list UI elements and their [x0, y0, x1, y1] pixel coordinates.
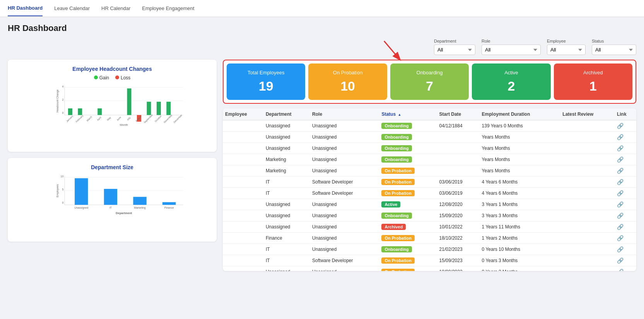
kpi-card-archived[interactable]: Archived1 — [554, 63, 632, 100]
bar-marketing — [133, 197, 146, 205]
kpi-card-total-employees[interactable]: Total Employees19 — [227, 63, 305, 100]
cell-link[interactable]: 🔗 — [615, 199, 636, 210]
table-scroll[interactable]: Employee Department Role Status ▲ Start … — [223, 108, 636, 271]
department-filter-select[interactable]: AllITMarketingFinanceUnassigned — [434, 45, 475, 55]
link-icon[interactable]: 🔗 — [617, 145, 624, 151]
cell-link[interactable]: 🔗 — [615, 177, 636, 188]
cell-link[interactable]: 🔗 — [615, 255, 636, 266]
status-badge: On Probation — [381, 168, 415, 174]
cell-role: Unassigned — [310, 244, 379, 255]
cell-role: Unassigned — [310, 154, 379, 165]
col-review[interactable]: Latest Review — [560, 108, 615, 120]
x-label-jul: July — [126, 116, 131, 121]
table-row: IT Software Developer On Probation 03/06… — [223, 188, 636, 199]
status-filter-group: Status AllActiveOn ProbationOnboardingAr… — [592, 39, 636, 55]
link-icon[interactable]: 🔗 — [617, 134, 624, 140]
cell-link[interactable]: 🔗 — [615, 244, 636, 255]
cell-department: Unassigned — [263, 120, 310, 132]
link-icon[interactable]: 🔗 — [617, 156, 624, 163]
cell-start-date: 12/08/2020 — [437, 199, 480, 210]
nav-item-hr-calendar[interactable]: HR Calendar — [101, 1, 130, 16]
cell-link[interactable]: 🔗 — [615, 165, 636, 177]
kpi-card-onboarding[interactable]: Onboarding7 — [390, 63, 469, 100]
kpi-label-2: Onboarding — [394, 70, 465, 75]
employee-filter-label: Employee — [547, 39, 586, 43]
dept-chart-area: 10 5 0 — [14, 173, 210, 235]
table-body: Unassigned Unassigned Onboarding 04/12/1… — [223, 120, 636, 271]
cell-status: Onboarding — [379, 132, 437, 143]
y-axis-label: Headcount Change — [56, 89, 59, 112]
link-icon[interactable]: 🔗 — [617, 190, 624, 196]
cell-role: Unassigned — [310, 233, 379, 244]
status-badge: On Probation — [381, 235, 415, 241]
cell-link[interactable]: 🔗 — [615, 188, 636, 199]
cell-review — [560, 165, 615, 177]
cell-employee — [223, 132, 263, 143]
col-link[interactable]: Link — [615, 108, 636, 120]
dept-y-axis-label: Employees — [56, 184, 59, 197]
x-label-jun: June — [116, 116, 122, 122]
employee-filter-select[interactable]: All — [547, 45, 586, 55]
cell-start-date: 04/12/1884 — [437, 120, 480, 132]
kpi-card-active[interactable]: Active2 — [472, 63, 550, 100]
link-icon[interactable]: 🔗 — [617, 246, 624, 252]
cell-start-date — [437, 154, 480, 165]
x-label-oct: October — [154, 115, 162, 122]
col-status[interactable]: Status ▲ — [379, 108, 437, 120]
link-icon[interactable]: 🔗 — [617, 201, 624, 208]
cell-department: Unassigned — [263, 221, 310, 233]
status-badge: Archived — [381, 224, 406, 230]
link-icon[interactable]: 🔗 — [617, 168, 624, 174]
x-label-it: IT — [109, 206, 112, 209]
role-filter-select[interactable]: AllSoftware DeveloperUnassigned — [482, 45, 541, 55]
dept-chart-title: Department Size — [14, 164, 210, 170]
gain-dot — [94, 75, 98, 79]
dept-svg: 10 5 0 — [29, 173, 210, 216]
col-employee[interactable]: Employee — [223, 108, 263, 120]
employee-table-container: Employee Department Role Status ▲ Start … — [223, 108, 636, 271]
link-icon[interactable]: 🔗 — [617, 123, 624, 129]
link-icon[interactable]: 🔗 — [617, 269, 624, 271]
kpi-card-on-probation[interactable]: On Probation10 — [308, 63, 387, 100]
link-icon[interactable]: 🔗 — [617, 179, 624, 185]
cell-link[interactable]: 🔗 — [615, 210, 636, 221]
link-icon[interactable]: 🔗 — [617, 257, 624, 264]
nav-item-leave-calendar[interactable]: Leave Calendar — [54, 1, 90, 16]
chart-legend: Gain Loss — [14, 75, 210, 81]
col-role[interactable]: Role — [310, 108, 379, 120]
nav-item-employee-engagement[interactable]: Employee Engagement — [142, 1, 194, 16]
cell-review — [560, 177, 615, 188]
cell-duration: 0 Years 3 Months — [480, 266, 560, 271]
cell-start-date: 03/06/2019 — [437, 188, 480, 199]
cell-start-date: 15/09/2023 — [437, 255, 480, 266]
cell-role: Unassigned — [310, 199, 379, 210]
main-grid: Employee Headcount Changes Gain Loss 4 2… — [8, 60, 636, 271]
link-icon[interactable]: 🔗 — [617, 213, 624, 219]
col-department[interactable]: Department — [263, 108, 310, 120]
cell-start-date — [437, 165, 480, 177]
cell-link[interactable]: 🔗 — [615, 233, 636, 244]
cell-link[interactable]: 🔗 — [615, 132, 636, 143]
headcount-svg: 4 2 0 — [29, 84, 210, 126]
col-start-date[interactable]: Start Date — [437, 108, 480, 120]
nav-item-hr-dashboard[interactable]: HR Dashboard — [8, 0, 43, 16]
cell-link[interactable]: 🔗 — [615, 266, 636, 271]
col-duration[interactable]: Employment Duration — [480, 108, 560, 120]
bar-dec — [166, 102, 171, 115]
cell-link[interactable]: 🔗 — [615, 143, 636, 154]
x-label-nov: November — [163, 114, 173, 123]
cell-start-date: 15/09/2020 — [437, 210, 480, 221]
status-filter-select[interactable]: AllActiveOn ProbationOnboardingArchived — [592, 45, 636, 55]
cell-link[interactable]: 🔗 — [615, 221, 636, 233]
cell-link[interactable]: 🔗 — [615, 120, 636, 132]
cell-department: Unassigned — [263, 266, 310, 271]
link-icon[interactable]: 🔗 — [617, 224, 624, 230]
link-icon[interactable]: 🔗 — [617, 235, 624, 241]
cell-link[interactable]: 🔗 — [615, 154, 636, 165]
bar-jan — [68, 108, 72, 115]
x-label-mar: March — [86, 115, 92, 122]
role-filter-group: Role AllSoftware DeveloperUnassigned — [482, 39, 541, 55]
y-tick-10: 10 — [61, 175, 64, 178]
cell-duration: Years Months — [480, 132, 560, 143]
cell-department: Unassigned — [263, 132, 310, 143]
